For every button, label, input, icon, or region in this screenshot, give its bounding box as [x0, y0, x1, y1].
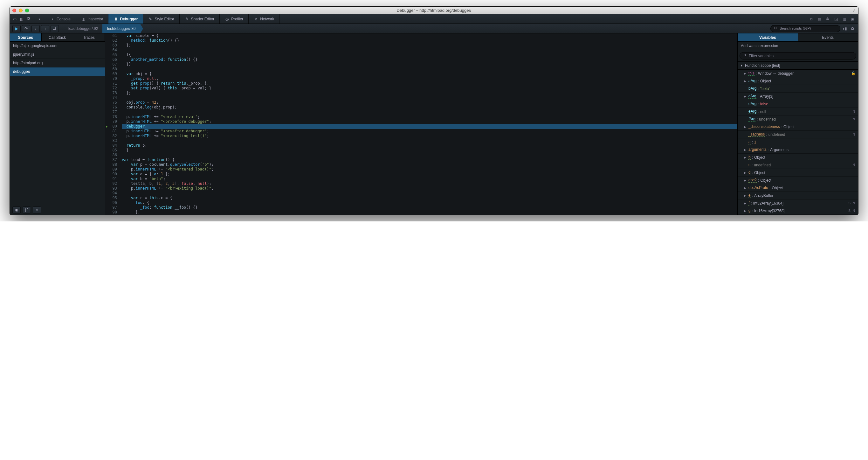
console-icon: ›: [50, 17, 55, 21]
variable-row[interactable]: fArg: undefinedN: [738, 115, 858, 123]
variables-tab-events[interactable]: Events: [798, 33, 859, 41]
expand-icon[interactable]: ▶: [744, 72, 747, 75]
prettyprint-button[interactable]: { }: [23, 206, 31, 213]
variable-value: undefined: [754, 163, 771, 167]
responsive-icon[interactable]: ⧉: [809, 17, 814, 22]
tool-tab-profiler[interactable]: ◷Profiler: [220, 14, 249, 24]
expand-icon[interactable]: ▶: [744, 156, 747, 159]
toggle-panes-button[interactable]: ⇄: [51, 25, 59, 32]
settings-gear-icon[interactable]: [849, 25, 856, 32]
step-in-button[interactable]: ↓: [31, 25, 40, 32]
variable-row[interactable]: ▶doc2: Object: [738, 177, 858, 184]
expand-icon[interactable]: ▣: [850, 17, 855, 22]
variables-tab-variables[interactable]: Variables: [738, 33, 798, 41]
dock-bottom-icon[interactable]: ◧: [20, 17, 23, 21]
variable-name: _disconsolateness: [748, 124, 780, 129]
variable-value: undefined: [759, 117, 776, 121]
code-line: method: function() {}: [122, 38, 737, 43]
screenshot-icon[interactable]: ▤: [817, 17, 822, 22]
variable-row[interactable]: c: undefinedN: [738, 161, 858, 169]
variable-flags: N: [853, 133, 856, 136]
source-item[interactable]: http://ajax.googleapis.com: [10, 42, 105, 50]
step-over-button[interactable]: ↷: [22, 25, 30, 32]
variable-row[interactable]: ▶cArg: Array[3]: [738, 92, 858, 100]
tool-tab-shader-editor[interactable]: ✎Shader Editor: [180, 14, 220, 24]
step-out-button[interactable]: ↑: [41, 25, 49, 32]
search-scripts-field[interactable]: Search scripts (⌘P): [770, 25, 840, 32]
tab-label: Profiler: [231, 17, 243, 21]
expand-icon[interactable]: ▶: [744, 194, 747, 197]
code-editor[interactable]: 6162636465666768697071727374757677787980…: [105, 33, 737, 215]
search-icon: [774, 26, 778, 31]
sources-tab-call-stack[interactable]: Call Stack: [42, 33, 73, 41]
variable-row[interactable]: ▶this: Window → debugger🔒: [738, 70, 858, 77]
expand-icon[interactable]: ▶: [744, 186, 747, 190]
variable-row[interactable]: ▶arguments: Arguments: [738, 146, 858, 154]
tool-tab-console[interactable]: ›Console: [45, 14, 76, 24]
debugger-controls: ▶ ↷ ↓ ↑ ⇄ load debugger/:92test debugger…: [10, 24, 858, 33]
variable-row[interactable]: ▶f: Int32Array[16384]S N: [738, 199, 858, 207]
tool-tab-debugger[interactable]: ⏸Debugger: [108, 14, 143, 24]
gear-icon[interactable]: [26, 16, 31, 22]
variable-value: Object: [754, 155, 765, 160]
code-line: console.log(obj.prop);: [122, 105, 737, 110]
source-item[interactable]: debugger/: [10, 67, 105, 76]
resume-button[interactable]: ▶: [12, 25, 21, 32]
variable-row[interactable]: a: 1: [738, 138, 858, 146]
variable-row[interactable]: _sadness: undefinedN: [738, 131, 858, 138]
breadcrumb-item[interactable]: test debugger/:80: [102, 24, 140, 33]
expand-icon[interactable]: ▶: [744, 171, 747, 174]
variable-row[interactable]: ▶_disconsolateness: Object: [738, 123, 858, 131]
variable-row[interactable]: eArg: nullN: [738, 108, 858, 115]
instruments-icon[interactable]: ▸▮: [842, 25, 848, 32]
code-line: [122, 153, 737, 157]
dock-side-icon[interactable]: ▭: [13, 17, 17, 21]
variable-row[interactable]: ▶b: Object: [738, 154, 858, 161]
expand-icon[interactable]: ▶: [744, 209, 747, 212]
expand-icon[interactable]: ▶: [744, 148, 747, 151]
expand-icon[interactable]: ▶: [744, 95, 747, 98]
source-item[interactable]: http://htmlpad.org: [10, 59, 105, 67]
variable-name: bArg: [748, 86, 756, 91]
variable-row[interactable]: ▶d: Object: [738, 169, 858, 177]
sources-tab-traces[interactable]: Traces: [73, 33, 105, 41]
tool-tab-inspector[interactable]: ◫Inspector: [76, 14, 108, 24]
expand-icon[interactable]: ▶: [744, 179, 747, 182]
variable-value: undefined: [769, 132, 785, 137]
inspector-icon: ◫: [81, 17, 86, 21]
tool-tab-network[interactable]: ≋Network: [249, 14, 279, 24]
tool-tab-style-editor[interactable]: ✎Style Editor: [143, 14, 179, 24]
variable-row[interactable]: ▶e: ArrayBuffer: [738, 192, 858, 199]
code-line: [122, 110, 737, 115]
variable-name: doc2: [748, 178, 757, 182]
sources-footer: ◉ { } ○: [10, 205, 105, 215]
paint-icon[interactable]: ≛: [825, 17, 830, 22]
variable-value: Arguments: [770, 148, 788, 152]
expand-icon[interactable]: ▶: [744, 125, 747, 128]
variable-row[interactable]: ▶aArg: Object: [738, 77, 858, 85]
sources-tab-sources[interactable]: Sources: [10, 33, 42, 41]
code-line: p.innerHTML += "<br>entered load()";: [122, 167, 737, 172]
code-line: [122, 48, 737, 53]
add-watch-expression[interactable]: Add watch expression: [738, 42, 858, 50]
trace-button[interactable]: ○: [33, 206, 41, 213]
breadcrumb-item[interactable]: load debugger/:92: [64, 24, 102, 33]
blackbox-button[interactable]: ◉: [12, 206, 21, 213]
variable-row[interactable]: ▶docAsProto: Object: [738, 184, 858, 192]
scratchpad-icon[interactable]: ◳: [833, 17, 838, 22]
variable-row[interactable]: dArg: false: [738, 100, 858, 108]
source-item[interactable]: jquery.min.js: [10, 50, 105, 59]
scope-header[interactable]: ▼ Function scope [test]: [738, 61, 858, 70]
variable-row[interactable]: ▶g: Int16Array[32768]S N: [738, 207, 858, 215]
code-line: [122, 191, 737, 196]
code-line: _foo: function __foo() {}: [122, 205, 737, 210]
ruler-icon[interactable]: ▥: [842, 17, 847, 22]
variable-value: "beta": [760, 87, 770, 91]
variable-value: Object: [754, 171, 765, 175]
expand-icon[interactable]: ▶: [744, 80, 747, 83]
filter-variables-field[interactable]: Filter variables: [740, 52, 856, 59]
variable-row[interactable]: bArg: "beta": [738, 85, 858, 92]
chevron-right-icon[interactable]: ›: [34, 14, 45, 24]
expand-icon[interactable]: ▶: [744, 202, 747, 205]
variable-value: Object: [783, 125, 795, 129]
